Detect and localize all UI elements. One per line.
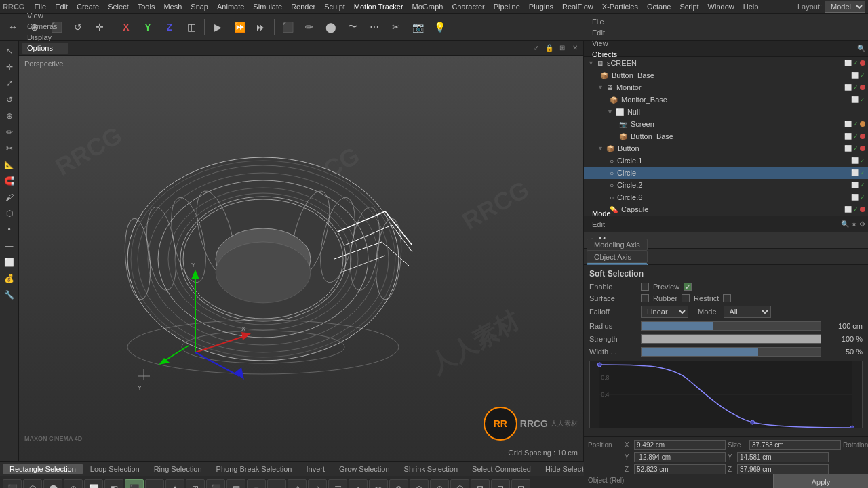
- menu-item-octane[interactable]: Octane: [643, 1, 675, 12]
- sidebar-icon-arrow[interactable]: ↖: [2, 43, 17, 58]
- menu-item-mesh[interactable]: Mesh: [159, 1, 186, 12]
- props-icon-search[interactable]: 🔍: [841, 220, 849, 228]
- icon-btn-9[interactable]: ✦: [165, 479, 184, 489]
- ss-strength-slider[interactable]: [641, 334, 821, 344]
- menu-item-motion-tracker[interactable]: Motion Tracker: [350, 1, 408, 12]
- menu-item-x-particles[interactable]: X-Particles: [598, 1, 642, 12]
- obj-row-circle[interactable]: ○Circle⬜✓: [584, 167, 868, 179]
- toolbar-icon-sphere[interactable]: ⬤: [321, 17, 341, 37]
- 3d-viewport[interactable]: Perspective RRCG 人人素材 RRCG 人人素材 RRCG: [19, 56, 583, 461]
- toolbar-icon-light[interactable]: 💡: [429, 17, 450, 37]
- menu-item-animate[interactable]: Animate: [213, 1, 248, 12]
- obj-row-screen[interactable]: ▼🖥sCREEN⬜✓: [584, 57, 868, 69]
- obj-row-circle-6[interactable]: ○Circle.6⬜✓: [584, 191, 868, 203]
- menu-item-plugins[interactable]: Plugins: [525, 1, 557, 12]
- sel-tab-select-connected[interactable]: Select Connected: [465, 464, 538, 474]
- sidebar-icon-move2[interactable]: ✛: [2, 60, 17, 75]
- menu-item-render[interactable]: Render: [287, 1, 319, 12]
- props-tab-edit[interactable]: Edit: [587, 219, 631, 230]
- obj-toggle[interactable]: ⬜: [844, 121, 852, 127]
- ss-falloff-select[interactable]: Linear Cubic: [641, 306, 688, 318]
- icon-btn-22[interactable]: ⊛: [430, 479, 449, 489]
- sel-tab-ring-selection[interactable]: Ring Selection: [147, 464, 209, 474]
- obj-tab-file[interactable]: File: [587, 16, 635, 27]
- ss-surface-checkbox[interactable]: [641, 294, 649, 302]
- search-icon[interactable]: 🔍: [857, 45, 865, 52]
- obj-toggle[interactable]: ⬜: [844, 60, 852, 66]
- sidebar-icon-knife[interactable]: ✂: [2, 141, 17, 156]
- view-icon-close[interactable]: ✕: [570, 43, 580, 54]
- axis-tab-object-axis[interactable]: Object Axis: [587, 251, 648, 263]
- sidebar-icon-poly[interactable]: ⬡: [2, 206, 17, 221]
- axis-tab-modeling-axis[interactable]: Modeling Axis: [587, 239, 648, 251]
- ss-preview-checkbox[interactable]: ✓: [684, 283, 692, 291]
- obj-tab-view[interactable]: View: [587, 38, 635, 49]
- sidebar-icon-select2[interactable]: ⊕: [2, 108, 17, 123]
- icon-btn-8[interactable]: ⋯: [145, 479, 164, 489]
- apply-button[interactable]: Apply: [773, 474, 868, 488]
- icon-btn-1[interactable]: ⬛: [3, 479, 22, 489]
- sidebar-icon-magnet[interactable]: 🧲: [2, 174, 17, 188]
- menu-item-character[interactable]: Character: [448, 1, 488, 12]
- menu-item-simulate[interactable]: Simulate: [249, 1, 286, 12]
- view-tab-options[interactable]: Options: [22, 43, 68, 54]
- sidebar-icon-measure[interactable]: 📐: [2, 157, 17, 172]
- sidebar-icon-wrench[interactable]: 🔧: [2, 287, 17, 302]
- icon-btn-10[interactable]: ⊞: [186, 479, 205, 489]
- obj-row-button_base[interactable]: 📦Button_Base⬜✓: [584, 69, 868, 81]
- menu-item-tools[interactable]: Tools: [134, 1, 159, 12]
- icon-btn-14[interactable]: ⬥: [267, 479, 286, 489]
- toolbar-icon-cut[interactable]: ✂: [386, 17, 406, 37]
- ss-enable-checkbox[interactable]: [641, 283, 649, 291]
- icon-btn-3[interactable]: ⬤: [43, 479, 62, 489]
- toolbar-icon-y[interactable]: Y: [138, 17, 158, 37]
- icon-btn-13[interactable]: ≡: [247, 479, 266, 489]
- size-x-input[interactable]: [749, 440, 841, 450]
- view-icon-lock[interactable]: 🔒: [544, 43, 555, 54]
- obj-row-monitor_base[interactable]: 📦Monitor_Base⬜✓: [584, 94, 868, 106]
- toolbar-icon-camera[interactable]: 📷: [408, 17, 428, 37]
- ss-radius-slider[interactable]: [641, 321, 821, 331]
- sidebar-icon-point[interactable]: •: [2, 222, 17, 237]
- icon-btn-24[interactable]: ⊠: [471, 479, 490, 489]
- toolbar-icon-cube[interactable]: ⬛: [277, 17, 298, 37]
- obj-toggle[interactable]: ⬜: [844, 145, 852, 152]
- icon-btn-26[interactable]: ⊟: [511, 479, 530, 489]
- toolbar-icon-render[interactable]: ▶: [208, 17, 228, 37]
- icon-btn-6[interactable]: ◧: [104, 479, 123, 489]
- curve-graph[interactable]: 0.8 0.4: [589, 361, 863, 428]
- pos-y-input[interactable]: [634, 452, 726, 462]
- props-tab-mode[interactable]: Mode: [587, 208, 631, 219]
- ss-width-slider[interactable]: [641, 347, 821, 357]
- obj-toggle[interactable]: ⬜: [851, 96, 859, 103]
- toolbar-icon-box[interactable]: ◫: [181, 17, 201, 37]
- size-z-input[interactable]: [737, 464, 829, 474]
- icon-btn-16[interactable]: △: [308, 479, 327, 489]
- layout-select[interactable]: Model: [825, 1, 865, 13]
- sel-tab-phong-break-selection[interactable]: Phong Break Selection: [210, 464, 299, 474]
- obj-toggle[interactable]: ⬜: [851, 182, 859, 188]
- view-icon-split[interactable]: ⊞: [557, 43, 568, 54]
- obj-row-circle-1[interactable]: ○Circle.1⬜✓: [584, 155, 868, 167]
- ss-rubber-checkbox[interactable]: [682, 294, 690, 302]
- icon-btn-19[interactable]: ✂: [369, 479, 388, 489]
- menu-item-snap[interactable]: Snap: [186, 1, 212, 12]
- obj-row-monitor[interactable]: ▼🖥Monitor⬜✓: [584, 81, 868, 94]
- sel-tab-grow-selection[interactable]: Grow Selection: [332, 464, 397, 474]
- toolbar-icon-translate[interactable]: ✛: [90, 17, 110, 37]
- toolbar-icon-spline[interactable]: 〜: [342, 17, 363, 37]
- sel-tab-shrink-selection[interactable]: Shrink Selection: [397, 464, 465, 474]
- size-y-input[interactable]: [737, 452, 829, 462]
- icon-btn-25[interactable]: ⊡: [491, 479, 510, 489]
- sel-tab-rectangle-selection[interactable]: Rectangle Selection: [3, 464, 83, 474]
- sel-tab-loop-selection[interactable]: Loop Selection: [83, 464, 146, 474]
- obj-toggle[interactable]: ⬜: [844, 84, 852, 91]
- menu-item-realflow[interactable]: RealFlow: [558, 1, 597, 12]
- toolbar-icon-deform[interactable]: ⋯: [364, 17, 384, 37]
- sidebar-icon-scale2[interactable]: ⤢: [2, 76, 17, 91]
- icon-btn-17[interactable]: ▽: [328, 479, 347, 489]
- sidebar-icon-pen2[interactable]: ✏: [2, 125, 17, 140]
- menu-item-pipeline[interactable]: Pipeline: [490, 1, 524, 12]
- icon-btn-23[interactable]: ⬡: [450, 479, 469, 489]
- obj-toggle[interactable]: ⬜: [851, 194, 859, 201]
